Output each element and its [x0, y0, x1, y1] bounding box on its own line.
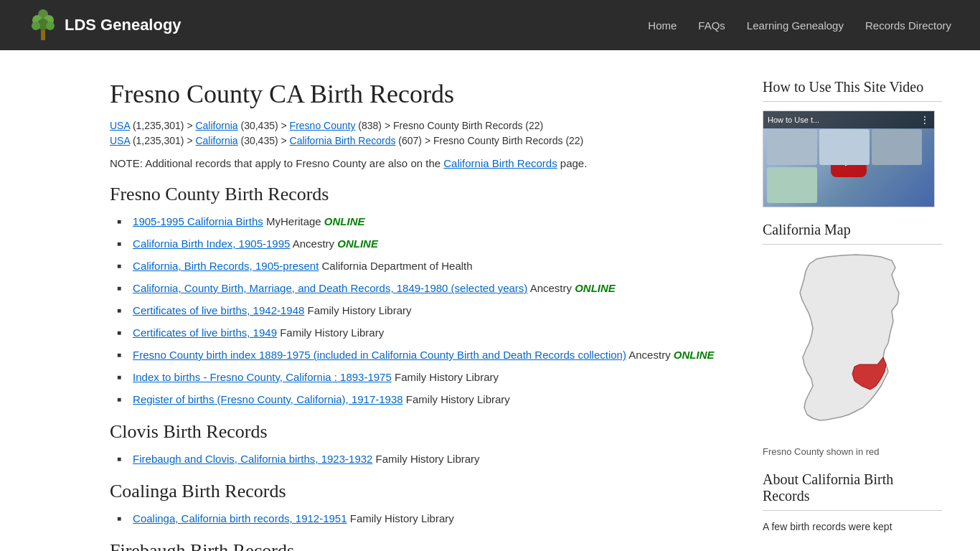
breadcrumb-fresno-county-1[interactable]: Fresno County	[290, 120, 356, 131]
about-section-title: About California Birth Records	[763, 471, 942, 504]
svg-rect-6	[41, 30, 45, 40]
record-link-index-births-fresno[interactable]: Index to births - Fresno County, Califor…	[133, 371, 392, 383]
sidebar: How to Use This Site Video How to Use t.…	[763, 65, 942, 551]
list-item: California, County Birth, Marriage, and …	[117, 281, 734, 296]
record-link-firebaugh-clovis[interactable]: Firebaugh and Clovis, California births,…	[133, 453, 372, 465]
section-heading-coalinga: Coalinga Birth Records	[110, 481, 734, 502]
nav-learning[interactable]: Learning Genealogy	[747, 19, 844, 32]
sidebar-divider-3	[763, 510, 942, 511]
breadcrumb-usa-2[interactable]: USA	[110, 135, 130, 146]
breadcrumb-usa-1[interactable]: USA	[110, 120, 130, 131]
list-item: Firebaugh and Clovis, California births,…	[117, 451, 734, 466]
video-inner: How to Use t... ⋮	[763, 111, 934, 207]
photo-3	[872, 129, 922, 165]
section-heading-clovis: Clovis Birth Records	[110, 421, 734, 443]
about-text: A few birth records were kept	[763, 519, 942, 534]
record-link-ca-county-birth-marriage[interactable]: California, County Birth, Marriage, and …	[133, 282, 527, 294]
nav-records[interactable]: Records Directory	[865, 19, 951, 32]
video-bg	[763, 126, 934, 207]
content-wrapper: Fresno County CA Birth Records USA (1,23…	[24, 50, 956, 551]
online-badge: ONLINE	[324, 215, 365, 227]
online-badge: ONLINE	[337, 237, 378, 250]
record-link-certs-1942-1948[interactable]: Certificates of live births, 1942-1948	[133, 304, 304, 316]
california-map	[763, 253, 935, 443]
coalinga-records-list: Coalinga, California birth records, 1912…	[110, 511, 734, 526]
list-item: Index to births - Fresno County, Califor…	[117, 369, 734, 385]
page-title: Fresno County CA Birth Records	[110, 79, 734, 109]
video-title-text: How to Use t...	[768, 116, 819, 124]
sidebar-divider-1	[763, 101, 942, 102]
map-section-title: California Map	[763, 222, 942, 238]
list-item: Fresno County birth index 1889-1975 (inc…	[117, 347, 734, 362]
svg-point-5	[46, 22, 55, 30]
photo-4	[767, 167, 817, 203]
list-item: Register of births (Fresno County, Calif…	[117, 392, 734, 407]
breadcrumb-1: USA (1,235,301) > California (30,435) > …	[110, 120, 734, 131]
site-header: LDS Genealogy Home FAQs Learning Genealo…	[0, 0, 980, 50]
record-link-certs-1949[interactable]: Certificates of live births, 1949	[133, 326, 277, 339]
section-heading-fresno: Fresno County Birth Records	[110, 184, 734, 205]
list-item: Certificates of live births, 1942-1948 F…	[117, 303, 734, 318]
tree-logo-icon	[29, 9, 57, 42]
list-item: California, Birth Records, 1905-present …	[117, 258, 734, 273]
clovis-records-list: Firebaugh and Clovis, California births,…	[110, 451, 734, 466]
main-nav: Home FAQs Learning Genealogy Records Dir…	[648, 19, 951, 32]
main-content: Fresno County CA Birth Records USA (1,23…	[110, 65, 734, 551]
nav-faqs[interactable]: FAQs	[698, 19, 725, 32]
breadcrumb-california-2[interactable]: California	[195, 135, 237, 146]
ca-birth-records-link[interactable]: California Birth Records	[443, 157, 557, 169]
photo-1	[767, 129, 817, 165]
section-heading-firebaugh: Firebaugh Birth Records	[110, 540, 734, 551]
logo-area[interactable]: LDS Genealogy	[29, 9, 182, 42]
video-thumbnail[interactable]: How to Use t... ⋮	[763, 110, 935, 207]
record-link-ca-birth-records-1905[interactable]: California, Birth Records, 1905-present	[133, 260, 319, 272]
list-item: California Birth Index, 1905-1995 Ancest…	[117, 236, 734, 251]
svg-point-7	[859, 369, 867, 381]
record-link-1905-1995-births[interactable]: 1905-1995 California Births	[133, 215, 263, 227]
fresno-records-list: 1905-1995 California Births MyHeritage O…	[110, 214, 734, 407]
breadcrumb-california-1[interactable]: California	[195, 120, 237, 131]
map-caption: Fresno County shown in red	[763, 446, 942, 457]
sidebar-divider-2	[763, 244, 942, 245]
breadcrumb-ca-birth-records[interactable]: California Birth Records	[290, 135, 396, 146]
list-item: Certificates of live births, 1949 Family…	[117, 325, 734, 340]
video-options-icon: ⋮	[920, 114, 930, 126]
note-text: NOTE: Additional records that apply to F…	[110, 157, 734, 169]
logo-text: LDS Genealogy	[65, 16, 182, 34]
video-section-title: How to Use This Site Video	[763, 79, 942, 95]
ca-map-svg	[763, 253, 935, 440]
breadcrumb-2: USA (1,235,301) > California (30,435) > …	[110, 135, 734, 146]
nav-home[interactable]: Home	[648, 19, 677, 32]
list-item: Coalinga, California birth records, 1912…	[117, 511, 734, 526]
record-link-coalinga-births[interactable]: Coalinga, California birth records, 1912…	[133, 512, 347, 524]
record-link-register-births[interactable]: Register of births (Fresno County, Calif…	[133, 393, 403, 405]
online-badge: ONLINE	[575, 282, 616, 294]
record-link-ca-birth-index[interactable]: California Birth Index, 1905-1995	[133, 237, 290, 250]
photo-2	[819, 129, 870, 165]
svg-point-4	[32, 22, 40, 30]
record-link-fresno-birth-index[interactable]: Fresno County birth index 1889-1975 (inc…	[133, 349, 626, 361]
list-item: 1905-1995 California Births MyHeritage O…	[117, 214, 734, 229]
online-badge: ONLINE	[674, 349, 715, 361]
